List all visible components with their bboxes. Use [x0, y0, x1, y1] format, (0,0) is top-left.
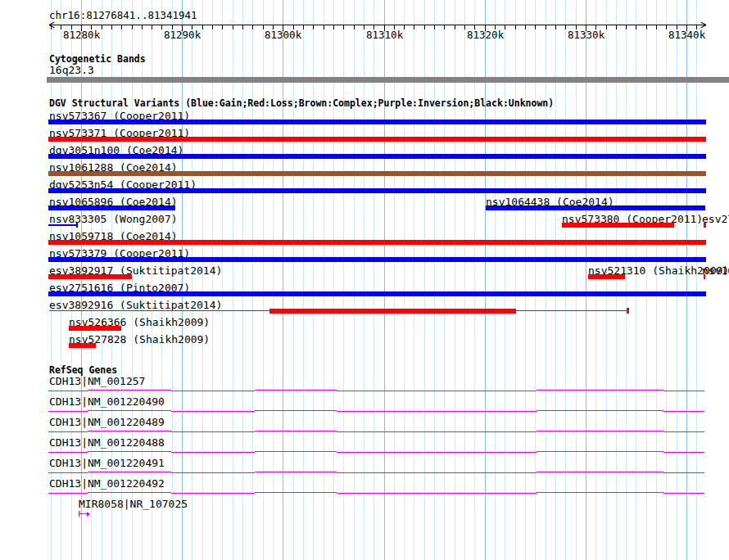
ruler-tick — [565, 25, 566, 29]
gene-line[interactable] — [255, 472, 337, 472]
gene-line[interactable] — [337, 411, 537, 412]
gene-line[interactable] — [663, 472, 704, 473]
gene-line[interactable] — [337, 452, 537, 453]
variant-end-tick[interactable] — [76, 222, 78, 228]
grid-line — [212, 0, 213, 560]
variant-bar[interactable] — [269, 309, 516, 314]
gene-label[interactable]: MIR8058|NR_107025 — [79, 499, 188, 509]
gene-line[interactable] — [255, 390, 337, 391]
ruler-tick-label: 81340k — [668, 29, 705, 40]
gene-line[interactable] — [48, 391, 88, 391]
variant-label[interactable]: nsv833305 (Wong2007) — [49, 214, 178, 224]
gene-line[interactable] — [171, 411, 255, 412]
ruler-tick — [233, 25, 233, 29]
variant-bar[interactable] — [588, 274, 625, 279]
gene-line[interactable] — [537, 451, 663, 452]
variant-bar[interactable] — [69, 326, 121, 331]
gene-line[interactable] — [171, 452, 255, 453]
variant-bar[interactable] — [486, 205, 705, 210]
gene-line[interactable] — [255, 410, 337, 411]
gene-line[interactable] — [337, 391, 537, 391]
gene-line[interactable] — [537, 431, 663, 431]
gene-line[interactable] — [537, 390, 663, 391]
gene-line[interactable] — [337, 493, 537, 494]
grid-line — [595, 0, 596, 560]
gene-line[interactable] — [171, 391, 255, 391]
ruler-tick — [354, 25, 355, 29]
variant-thin-line[interactable] — [48, 224, 77, 226]
gene-label[interactable]: CDH13|NM_001257 — [49, 376, 145, 386]
gene-line[interactable] — [48, 431, 88, 432]
variant-bar[interactable] — [48, 274, 132, 279]
gene-label[interactable]: CDH13|NM_001220490 — [49, 396, 165, 407]
gene-line[interactable] — [48, 472, 88, 473]
gene-line[interactable] — [255, 431, 337, 431]
gene-line[interactable] — [337, 472, 537, 473]
variant-bar[interactable] — [48, 240, 706, 245]
gene-line[interactable] — [171, 431, 255, 432]
grid-line — [505, 0, 505, 560]
gene-line[interactable] — [88, 451, 171, 452]
grid-line — [474, 0, 475, 560]
gene-line[interactable] — [537, 410, 663, 411]
gene-line[interactable] — [48, 452, 88, 453]
variant-bar[interactable] — [48, 205, 175, 210]
gene-line[interactable] — [88, 431, 171, 431]
gene-line[interactable] — [88, 410, 171, 411]
gene-line[interactable] — [663, 391, 704, 391]
region-label: chr16:81276841..81341941 — [49, 10, 197, 20]
gene-line[interactable] — [537, 472, 663, 472]
cytoband-bar[interactable] — [47, 77, 729, 83]
gene-label[interactable]: CDH13|NM_001220491 — [49, 458, 165, 468]
genome-browser-view: chr16:81276841..81341941 81280k81290k813… — [0, 0, 729, 560]
ruler-tick — [434, 25, 435, 29]
gene-line[interactable] — [663, 452, 704, 453]
grid-line — [565, 0, 566, 560]
variant-label[interactable]: esv3892916 (Suktitipat2014) — [49, 300, 222, 310]
variant-end-tick[interactable] — [627, 308, 629, 314]
variant-bar[interactable] — [48, 154, 706, 159]
variant-bar[interactable] — [48, 171, 706, 176]
variant-bar[interactable] — [69, 343, 96, 348]
gene-label[interactable]: CDH13|NM_001220488 — [49, 437, 165, 448]
gene-line[interactable] — [88, 472, 171, 472]
gene-line[interactable] — [171, 493, 255, 494]
gene-line[interactable] — [48, 493, 88, 494]
gene-line[interactable] — [255, 492, 337, 493]
gene-line[interactable] — [537, 492, 663, 493]
gene-line[interactable] — [663, 431, 704, 432]
gene-line[interactable] — [88, 390, 171, 391]
ruler-line — [49, 25, 706, 25]
gene-label[interactable]: CDH13|NM_001220492 — [49, 478, 165, 489]
ruler-tick — [51, 25, 52, 29]
grid-line — [273, 0, 274, 560]
ruler-tick-label: 81300k — [265, 29, 301, 40]
gene-line[interactable] — [88, 492, 171, 493]
variant-bar[interactable] — [48, 291, 706, 296]
ruler-tick — [414, 25, 414, 29]
ruler-tick — [515, 25, 516, 29]
grid-line — [394, 0, 395, 560]
gene-line[interactable] — [663, 411, 704, 412]
grid-line — [646, 0, 647, 560]
gene-line[interactable] — [48, 411, 88, 412]
variant-bar[interactable] — [48, 137, 706, 142]
ruler-tick — [626, 25, 627, 29]
ruler-tick — [142, 25, 143, 29]
ruler-tick — [636, 25, 636, 29]
gene-line[interactable] — [663, 493, 704, 494]
variant-bar[interactable] — [562, 223, 674, 228]
variant-label[interactable]: nsv10 — [702, 265, 729, 276]
gene-label[interactable]: CDH13|NM_001220489 — [49, 417, 165, 427]
ruler-tick — [111, 25, 112, 29]
variant-bar[interactable] — [48, 120, 706, 124]
gene-line[interactable] — [255, 451, 337, 452]
gene-line[interactable] — [171, 472, 255, 473]
grid-line — [324, 0, 324, 560]
grid-line — [606, 0, 607, 560]
variant-bar[interactable] — [48, 257, 706, 262]
variant-bar[interactable] — [704, 223, 706, 228]
gene-line[interactable] — [337, 431, 537, 432]
variant-bar[interactable] — [704, 274, 705, 279]
variant-bar[interactable] — [48, 188, 706, 193]
